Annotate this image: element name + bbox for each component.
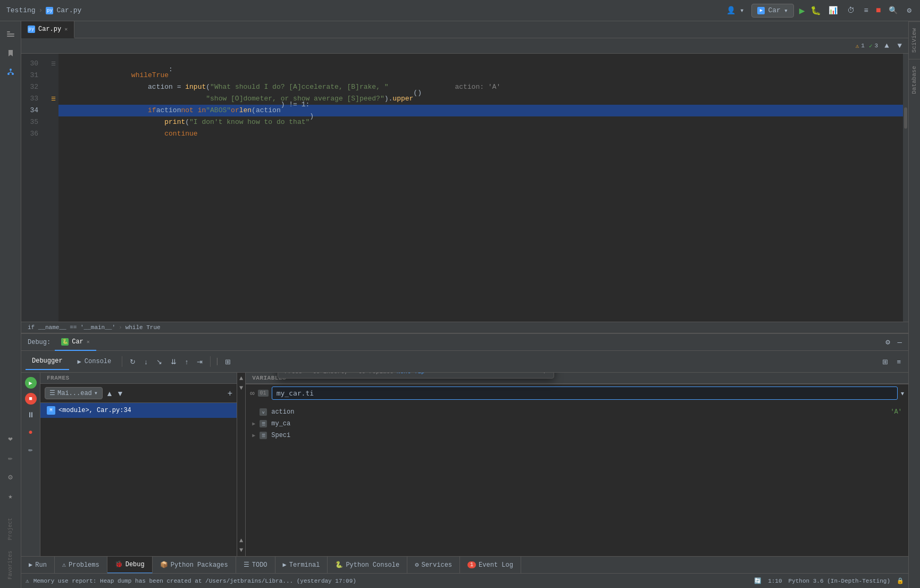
terminal-tab-icon: ▶ [283, 561, 287, 569]
bottom-tab-terminal[interactable]: ▶ Terminal [275, 557, 328, 574]
debug-button[interactable]: 🐛 [810, 5, 821, 16]
coverage-button[interactable]: 📊 [826, 4, 840, 17]
scroll-down2-btn[interactable]: ▼ [239, 547, 243, 554]
svg-point-5 [7, 73, 10, 75]
step-over-button[interactable]: ↓ [141, 356, 151, 367]
run-button[interactable]: ▶ [799, 5, 805, 16]
autocomplete-dropdown: f time Car f __annotations__ object Pres… [278, 373, 554, 379]
svg-rect-1 [7, 33, 14, 35]
todo-tab-icon: ☰ [244, 561, 249, 569]
rerun-button[interactable]: ↻ [127, 356, 139, 367]
problems-tab-icon: ⚠ [62, 561, 66, 569]
watches-button[interactable]: ⊞ [222, 356, 234, 367]
sidebar-item-heart[interactable]: ❤️ [2, 431, 19, 448]
console-tab[interactable]: ▶ Console [71, 353, 118, 370]
step-out-button[interactable]: ↑ [182, 356, 192, 367]
debug-minimize-icon[interactable]: — [896, 336, 904, 349]
bottom-tab-python-console[interactable]: 🐍 Python Console [328, 557, 407, 574]
expression-area: ∞ 01 ▾ f time Car [246, 384, 908, 402]
frames-panel: Frames ☰ Mai...ead ▾ ▲ ▼ + M [40, 373, 237, 556]
bottom-tab-run[interactable]: ▶ Run [21, 557, 55, 574]
sidebar-item-structure[interactable] [2, 64, 19, 81]
debug-tab-car[interactable]: 🐍 Car ✕ [55, 334, 96, 351]
bottom-tab-event-log[interactable]: 1 Event Log [460, 557, 521, 574]
sidebar-item-star[interactable]: ★ [2, 488, 19, 505]
editor-tab-car[interactable]: py Car.py ✕ [21, 21, 74, 38]
nav-up-button[interactable]: ▲ [882, 39, 891, 52]
code-line-31: while True: [58, 70, 903, 81]
stop-button[interactable]: ■ [876, 6, 881, 15]
more-button[interactable]: ≡ [862, 4, 871, 17]
var-item-special[interactable]: ▶ ☰ Speci [246, 430, 908, 441]
profile-button[interactable]: ⏱ [845, 4, 857, 17]
frames-header: Frames [40, 373, 237, 384]
svg-point-6 [12, 73, 14, 75]
line-34: 34 [21, 105, 43, 116]
resume-button[interactable]: ▶ [25, 377, 37, 389]
tab-close-button[interactable]: ✕ [64, 26, 68, 32]
more-debug-button[interactable]: ≡ [893, 356, 904, 367]
tab-filename: Car.py [38, 26, 61, 33]
bottom-tab-problems[interactable]: ⚠ Problems [55, 557, 107, 574]
sciview-panel-label[interactable]: SciView [909, 21, 920, 59]
settings-button[interactable]: ⚙ [905, 4, 914, 17]
add-watch-button[interactable]: + [228, 389, 232, 398]
warn-icon: ⚠ [856, 43, 859, 49]
var-arrow-mycar: ▶ [252, 421, 255, 427]
line-31: 31 [21, 70, 43, 81]
debug-settings-icon[interactable]: ⚙ [883, 335, 892, 349]
status-python: Python 3.6 (In-Depth-Testing) [789, 578, 890, 584]
frame-thread-dropdown[interactable]: ☰ Mai...ead ▾ [45, 387, 103, 399]
debugger-tab[interactable]: Debugger [26, 353, 69, 370]
pen-button[interactable]: ✏ [26, 443, 35, 456]
editor-scrollbar[interactable] [903, 54, 908, 322]
scroll-up2-btn[interactable]: ▲ [239, 537, 243, 544]
scroll-up-btn[interactable]: ▲ [239, 375, 243, 382]
scroll-down-btn[interactable]: ▼ [239, 384, 243, 392]
var-type-special: ☰ [260, 432, 267, 439]
expression-input[interactable] [272, 387, 898, 400]
var-item-action[interactable]: v action 'A' [246, 406, 908, 418]
user-icon[interactable]: 👤 ▾ [724, 4, 747, 17]
var-value-action: 'A' [890, 408, 902, 416]
debug-left-actions: ▶ ■ ⏸ ● ✏ [21, 373, 40, 556]
frame-up-button[interactable]: ▲ [106, 389, 113, 398]
bottom-tab-todo[interactable]: ☰ TODO [236, 557, 275, 574]
pause-button[interactable]: ⏸ [25, 409, 37, 422]
services-tab-icon: ⚙ [415, 561, 419, 569]
sidebar-item-bookmark[interactable] [2, 45, 19, 62]
database-panel-label[interactable]: Database [909, 59, 920, 100]
var-item-mycar[interactable]: ▶ ☰ my_ca [246, 418, 908, 430]
var-arrow-action [252, 409, 255, 415]
expression-dropdown-button[interactable]: ▾ [901, 390, 904, 397]
bottom-tab-services[interactable]: ⚙ Services [407, 557, 460, 574]
bottom-tab-python-packages[interactable]: 📦 Python Packages [153, 557, 236, 574]
frame-item-module[interactable]: M <module>, Car.py:34 [40, 403, 237, 418]
sidebar-item-project[interactable] [2, 26, 19, 43]
layout-button[interactable]: ⊞ [879, 356, 891, 367]
status-bar: ⚠ Memory use report: Heap dump has been … [21, 573, 908, 588]
next-tip-button[interactable]: Next Tip [397, 373, 425, 375]
ac-more-button[interactable]: ⋮ [541, 373, 547, 375]
packages-tab-icon: 📦 [160, 561, 168, 569]
sidebar-item-gear[interactable]: ⚙ [2, 469, 19, 486]
search-button[interactable]: 🔍 [886, 4, 900, 17]
nav-down-button[interactable]: ▼ [896, 39, 904, 52]
code-content[interactable]: while True: action = input("What should … [58, 54, 903, 322]
var-type-action: v [260, 408, 267, 416]
svg-point-3 [10, 69, 12, 71]
file-label: Car.py [56, 6, 81, 14]
step-into-my-button[interactable]: ⇊ [168, 356, 180, 367]
frame-down-button[interactable]: ▼ [116, 389, 124, 398]
sidebar-item-brush[interactable]: ✏️ [2, 450, 19, 467]
debug-tab-close[interactable]: ✕ [87, 339, 90, 345]
bottom-tab-debug[interactable]: 🐞 Debug [107, 557, 153, 574]
run-config-dropdown[interactable]: ▶ Car ▾ [751, 4, 793, 18]
mute-button[interactable]: ● [26, 426, 35, 439]
gutter-33 [48, 81, 58, 93]
run-to-cursor-button[interactable]: ⇥ [194, 356, 206, 367]
step-into-button[interactable]: ↘ [153, 356, 165, 367]
warn-num: 1 [861, 43, 865, 49]
stop-debug-button[interactable]: ■ [25, 393, 37, 405]
sidebar-label-favorites: Favorites [7, 551, 13, 579]
